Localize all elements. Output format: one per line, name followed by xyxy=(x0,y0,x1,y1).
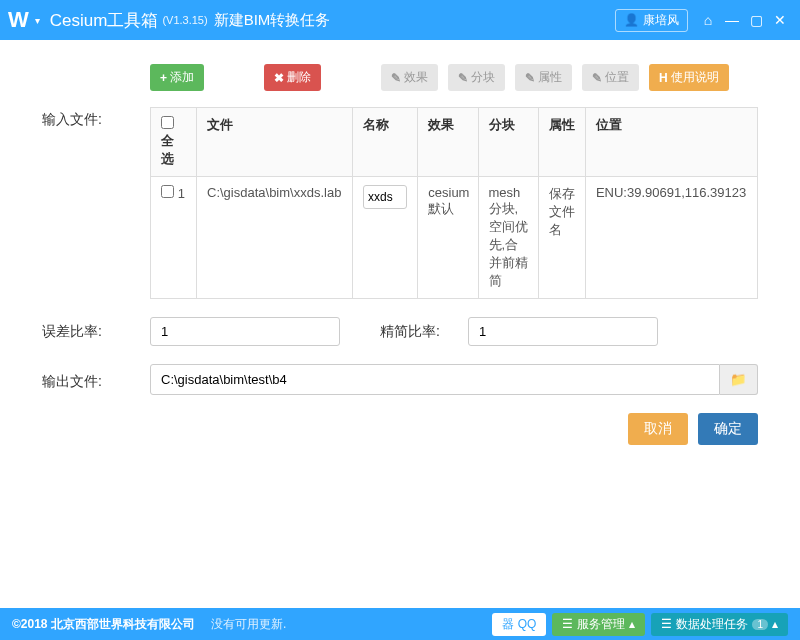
row-checkbox[interactable] xyxy=(161,185,174,198)
col-name: 名称 xyxy=(353,108,418,177)
col-attr: 属性 xyxy=(538,108,585,177)
error-ratio-label: 误差比率: xyxy=(42,323,150,341)
simplify-ratio-label: 精简比率: xyxy=(380,323,468,341)
help-button[interactable]: H使用说明 xyxy=(649,64,729,91)
error-ratio-input[interactable] xyxy=(150,317,340,346)
effect-button[interactable]: ✎效果 xyxy=(381,64,438,91)
close-button[interactable]: ✕ xyxy=(768,8,792,32)
output-path-input[interactable] xyxy=(150,364,720,395)
edit-icon: ✎ xyxy=(525,71,535,85)
col-block: 分块 xyxy=(478,108,538,177)
col-select: 全选 xyxy=(151,108,197,177)
simplify-ratio-input[interactable] xyxy=(468,317,658,346)
folder-icon: 📁 xyxy=(730,372,747,387)
home-button[interactable]: ⌂ xyxy=(696,8,720,32)
edit-icon: ✎ xyxy=(592,71,602,85)
edit-icon: ✎ xyxy=(458,71,468,85)
cancel-button[interactable]: 取消 xyxy=(628,413,688,445)
app-menu-caret[interactable]: ▾ xyxy=(35,15,40,26)
app-version: (V1.3.15) xyxy=(162,14,207,26)
task-count-badge: 1 xyxy=(752,619,768,630)
col-position: 位置 xyxy=(585,108,757,177)
position-button[interactable]: ✎位置 xyxy=(582,64,639,91)
app-title: Cesium工具箱 xyxy=(50,9,159,32)
cell-file: C:\gisdata\bim\xxds.lab xyxy=(197,177,353,299)
block-button[interactable]: ✎分块 xyxy=(448,64,505,91)
cell-effect: cesium默认 xyxy=(418,177,478,299)
tasks-button[interactable]: ☰数据处理任务1▴ xyxy=(651,613,788,636)
file-table: 全选 文件 名称 效果 分块 属性 位置 1 C:\gisdata\bim\xx… xyxy=(150,107,758,299)
cell-block: mesh分块,空间优先,合并前精简 xyxy=(478,177,538,299)
page-subtitle: 新建BIM转换任务 xyxy=(214,11,331,30)
toolbar: +添加 ✖删除 ✎效果 ✎分块 ✎属性 ✎位置 H使用说明 xyxy=(42,64,758,91)
maximize-button[interactable]: ▢ xyxy=(744,8,768,32)
name-input[interactable] xyxy=(363,185,407,209)
ok-button[interactable]: 确定 xyxy=(698,413,758,445)
output-file-label: 输出文件: xyxy=(42,369,150,391)
chevron-up-icon: ▴ xyxy=(629,617,635,631)
minimize-button[interactable]: — xyxy=(720,8,744,32)
service-button[interactable]: ☰服务管理▴ xyxy=(552,613,645,636)
qq-icon: 器 xyxy=(502,616,514,633)
list-icon: ☰ xyxy=(661,617,672,631)
copyright: ©2018 北京西部世界科技有限公司 xyxy=(12,616,195,633)
delete-button[interactable]: ✖删除 xyxy=(264,64,321,91)
help-icon: H xyxy=(659,71,668,85)
col-file: 文件 xyxy=(197,108,353,177)
x-icon: ✖ xyxy=(274,71,284,85)
list-icon: ☰ xyxy=(562,617,573,631)
chevron-up-icon: ▴ xyxy=(772,617,778,631)
table-row[interactable]: 1 C:\gisdata\bim\xxds.lab cesium默认 mesh分… xyxy=(151,177,758,299)
cell-attr: 保存文件名 xyxy=(538,177,585,299)
user-badge[interactable]: 👤 康培风 xyxy=(615,9,688,32)
select-all-checkbox[interactable] xyxy=(161,116,174,129)
statusbar: ©2018 北京西部世界科技有限公司 没有可用更新. 器QQ ☰服务管理▴ ☰数… xyxy=(0,608,800,640)
browse-button[interactable]: 📁 xyxy=(720,364,758,395)
cell-position: ENU:39.90691,116.39123 xyxy=(585,177,757,299)
edit-icon: ✎ xyxy=(391,71,401,85)
col-effect: 效果 xyxy=(418,108,478,177)
app-logo: W xyxy=(8,7,29,33)
titlebar: W ▾ Cesium工具箱 (V1.3.15) 新建BIM转换任务 👤 康培风 … xyxy=(0,0,800,40)
attr-button[interactable]: ✎属性 xyxy=(515,64,572,91)
add-button[interactable]: +添加 xyxy=(150,64,204,91)
update-status: 没有可用更新. xyxy=(211,616,286,633)
user-name: 康培风 xyxy=(643,12,679,29)
qq-button[interactable]: 器QQ xyxy=(492,613,547,636)
input-file-label: 输入文件: xyxy=(42,107,150,129)
plus-icon: + xyxy=(160,71,167,85)
user-icon: 👤 xyxy=(624,13,639,27)
